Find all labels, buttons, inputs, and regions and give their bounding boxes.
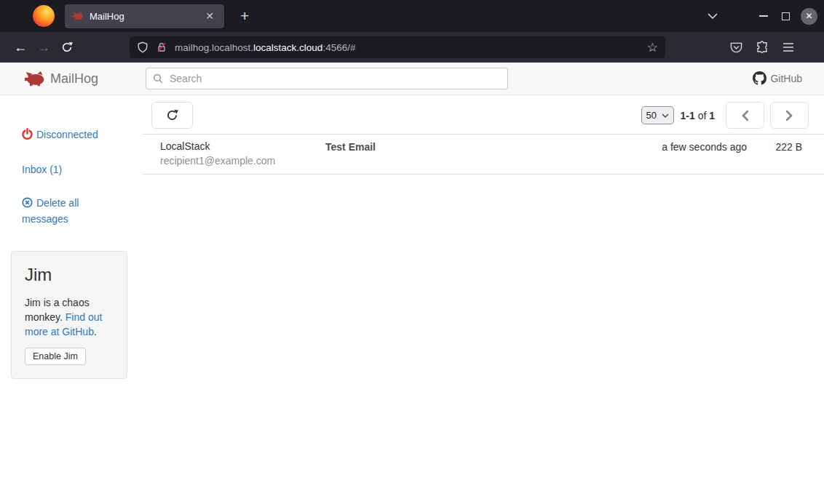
search-input[interactable] (146, 68, 508, 89)
forward-button: → (32, 36, 55, 59)
url-text: mailhog.localhost.localstack.cloud:4566/… (175, 42, 355, 53)
message-row[interactable]: LocalStack recipient1@example.com Test E… (142, 135, 824, 175)
mailhog-favicon-icon (72, 12, 84, 20)
message-list-pane: 50 1-1 of 1 LocalStack recipient1@exampl… (142, 95, 824, 504)
pagination-range: 1-1 of 1 (681, 110, 716, 121)
message-time: a few seconds ago (601, 139, 747, 168)
window-minimize-button[interactable] (753, 5, 775, 27)
message-size: 222 B (747, 139, 824, 168)
window-maximize-button[interactable] (775, 5, 796, 27)
browser-navbar: ← → mailhog.localhost.localstack.cloud:4… (0, 32, 824, 63)
sidebar-item-disconnected[interactable]: Disconnected (22, 127, 127, 143)
jim-title: Jim (25, 265, 114, 285)
refresh-button[interactable] (151, 102, 193, 129)
mailhog-pig-icon (25, 71, 45, 87)
github-label: GitHub (770, 73, 802, 84)
insecure-lock-icon[interactable] (156, 41, 167, 53)
back-button[interactable]: ← (9, 36, 32, 59)
tab-title: MailHog (90, 11, 202, 22)
bookmark-star-icon[interactable]: ☆ (647, 40, 658, 55)
message-subject: Test Email (325, 139, 601, 168)
browser-titlebar: MailHog ✕ + ✕ (0, 0, 824, 32)
refresh-icon (166, 109, 178, 121)
menu-hamburger-icon[interactable] (777, 36, 799, 58)
github-link[interactable]: GitHub (753, 71, 802, 85)
sidebar-item-inbox[interactable]: Inbox (1) (22, 162, 127, 177)
window-close-button[interactable]: ✕ (801, 8, 817, 25)
sidebar-item-delete-all[interactable]: Delete all messages (22, 196, 108, 226)
github-octocat-icon (753, 71, 766, 85)
extensions-puzzle-icon[interactable] (751, 36, 773, 58)
sidebar: Disconnected Inbox (1) Delete all messag… (0, 95, 142, 504)
disconnected-label: Disconnected (36, 129, 98, 140)
browser-tab-mailhog[interactable]: MailHog ✕ (65, 4, 224, 28)
chevron-left-icon (742, 111, 748, 121)
url-bar[interactable]: mailhog.localhost.localstack.cloud:4566/… (130, 36, 665, 58)
page-size-select[interactable]: 50 (641, 106, 674, 124)
new-tab-button[interactable]: + (236, 7, 253, 25)
enable-jim-button[interactable]: Enable Jim (25, 348, 86, 365)
inbox-label: Inbox (1) (22, 164, 62, 175)
brand-label: MailHog (50, 71, 98, 87)
chevron-right-icon (786, 111, 793, 121)
pocket-icon[interactable] (725, 36, 747, 58)
jim-panel: Jim Jim is a chaos monkey. Find out more… (11, 251, 127, 379)
mailhog-brand[interactable]: MailHog (25, 71, 98, 87)
prev-page-button[interactable] (726, 102, 764, 129)
firefox-icon (33, 5, 55, 27)
chevron-down-icon (662, 113, 669, 118)
power-icon (22, 128, 33, 143)
mailhog-header: MailHog GitHub (0, 63, 824, 95)
message-from: LocalStack (160, 139, 325, 153)
tab-close-icon[interactable]: ✕ (202, 9, 217, 23)
shield-icon[interactable] (137, 41, 148, 53)
circle-x-icon (22, 197, 33, 212)
next-page-button[interactable] (770, 102, 809, 129)
list-toolbar: 50 1-1 of 1 (142, 102, 824, 129)
list-all-tabs-icon[interactable] (702, 5, 724, 27)
reload-button[interactable] (55, 36, 79, 59)
search-icon (153, 73, 163, 87)
message-recipient: recipient1@example.com (160, 153, 325, 168)
